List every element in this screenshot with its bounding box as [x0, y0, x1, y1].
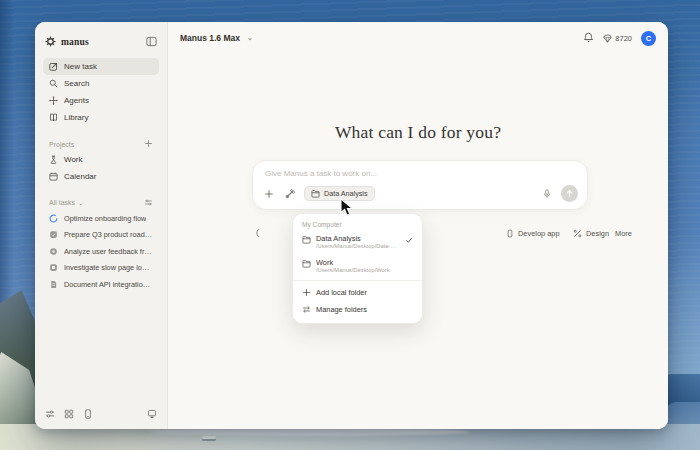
mouse-cursor — [340, 198, 356, 218]
task-input[interactable] — [265, 169, 565, 178]
header-actions: 8720 C — [583, 29, 656, 47]
logo-text: manus — [61, 37, 89, 47]
dropdown-item-work[interactable]: Work /Users/Manus/Desktop/Work — [293, 254, 422, 278]
model-name: Manus 1.6 Max — [180, 33, 240, 43]
settings-sliders-icon[interactable] — [45, 405, 55, 423]
projects-label: Projects — [49, 141, 74, 148]
folder-icon — [302, 235, 311, 244]
add-local-folder-label: Add local folder — [316, 288, 367, 297]
background-water — [666, 232, 700, 377]
task-status-icon — [49, 263, 58, 272]
app-window: manus New task Search Agents — [35, 22, 668, 429]
apps-grid-icon[interactable] — [64, 405, 74, 423]
attach-plus-icon[interactable] — [262, 187, 276, 201]
send-button[interactable] — [561, 185, 578, 202]
sidebar-item-library[interactable]: Library — [43, 109, 159, 126]
main-header: Manus 1.6 Max ⌄ 8720 C — [168, 22, 668, 54]
task-list-item[interactable]: Prepare Q3 product roadmap — [43, 227, 159, 244]
folder-icon — [311, 189, 320, 198]
sidebar-item-agents[interactable]: Agents — [43, 92, 159, 109]
nav-label: Library — [64, 113, 88, 122]
suggestion-design[interactable]: Design — [573, 225, 609, 241]
dropdown-item-data-analysis[interactable]: Data Analysis /Users/Manus/Desktop/Data-… — [293, 230, 422, 254]
model-selector[interactable]: Manus 1.6 Max ⌄ — [180, 33, 253, 43]
sidebar-item-search[interactable]: Search — [43, 75, 159, 92]
mobile-phone-icon[interactable] — [83, 405, 93, 423]
microphone-icon[interactable] — [540, 187, 554, 201]
task-list-item[interactable]: Document API integration guidelin... — [43, 276, 159, 293]
folder-name: Data Analysis — [316, 234, 400, 243]
arrow-up-icon — [565, 189, 574, 198]
background-foam — [150, 428, 470, 436]
task-list-item[interactable]: Analyze user feedback from beta test — [43, 243, 159, 260]
task-label: Document API integration guidelin... — [64, 280, 153, 289]
folder-path: /Users/Manus/Desktop/Work — [316, 267, 413, 275]
spinner-icon — [49, 214, 58, 223]
folder-icon — [302, 259, 311, 268]
gem-icon — [603, 34, 612, 43]
sidebar-footer — [43, 406, 159, 422]
pen-tool-icon — [573, 229, 582, 238]
manage-folders-icon — [302, 305, 311, 314]
sidebar-item-calendar[interactable]: Calendar — [43, 168, 159, 185]
partial-chip-fragment — [254, 225, 261, 241]
new-task-icon — [49, 62, 58, 71]
credits-value: 8720 — [615, 34, 632, 43]
folder-dropdown-menu: My Computer Data Analysis /Users/Manus/D… — [292, 213, 423, 324]
credits-counter[interactable]: 8720 — [603, 34, 632, 43]
sidebar-item-work[interactable]: Work — [43, 151, 159, 168]
check-icon — [405, 236, 413, 244]
main-panel: Manus 1.6 Max ⌄ 8720 C What can I do for… — [168, 22, 668, 429]
plus-icon — [302, 288, 311, 297]
project-label: Work — [64, 155, 83, 164]
folder-path: /Users/Manus/Desktop/Data-Analysis — [316, 243, 400, 251]
desktop-background: manus New task Search Agents — [0, 0, 700, 450]
search-icon — [49, 79, 58, 88]
avatar[interactable]: C — [641, 31, 656, 46]
sidebar: manus New task Search Agents — [35, 22, 168, 429]
nav-label: New task — [64, 62, 97, 71]
sidebar-header: manus — [45, 32, 157, 52]
task-label: Analyze user feedback from beta test — [64, 247, 153, 256]
task-list-item[interactable]: Optimize onboarding flow — [43, 210, 159, 227]
folder-chip-label: Data Analysis — [324, 189, 368, 198]
all-tasks-label[interactable]: All tasks⌄ — [49, 199, 84, 207]
filter-tasks-icon[interactable] — [144, 198, 153, 208]
notifications-bell-icon[interactable] — [583, 29, 594, 47]
collapse-sidebar-icon[interactable] — [146, 33, 157, 51]
add-local-folder-item[interactable]: Add local folder — [293, 284, 422, 301]
suggestion-more[interactable]: More — [615, 225, 632, 241]
agents-icon — [49, 96, 58, 105]
folder-name: Work — [316, 258, 413, 267]
task-status-icon — [49, 230, 58, 239]
task-input-card: Data Analysis — [252, 160, 588, 210]
tools-icon[interactable] — [283, 187, 297, 201]
manage-folders-item[interactable]: Manage folders — [293, 301, 422, 318]
chevron-down-icon: ⌄ — [78, 199, 83, 206]
document-icon — [49, 280, 58, 289]
desktop-app-icon[interactable] — [147, 405, 157, 423]
task-status-icon — [49, 247, 58, 256]
phone-icon — [506, 229, 514, 238]
manage-folders-label: Manage folders — [316, 305, 367, 314]
task-label: Investigate slow page load reports — [64, 263, 153, 272]
task-label: Optimize onboarding flow — [64, 214, 146, 223]
flask-icon — [49, 155, 58, 164]
task-list-item[interactable]: Investigate slow page load reports — [43, 260, 159, 277]
calendar-icon — [49, 172, 58, 181]
all-tasks-section-header: All tasks⌄ — [43, 196, 159, 210]
project-label: Calendar — [64, 172, 96, 181]
nav-label: Agents — [64, 96, 89, 105]
suggestion-develop-app[interactable]: Develop app — [506, 225, 560, 241]
projects-section-header: Projects — [43, 137, 159, 151]
sidebar-item-new-task[interactable]: New task — [43, 58, 159, 75]
background-boat — [202, 436, 216, 439]
dropdown-divider — [293, 280, 422, 281]
chevron-down-icon: ⌄ — [247, 34, 253, 42]
nav-label: Search — [64, 79, 89, 88]
page-title: What can I do for you? — [168, 122, 668, 143]
sidebar-nav: New task Search Agents Library — [43, 58, 159, 126]
input-toolbar: Data Analysis — [262, 185, 578, 202]
add-project-icon[interactable] — [144, 139, 153, 149]
task-label: Prepare Q3 product roadmap — [64, 230, 153, 239]
